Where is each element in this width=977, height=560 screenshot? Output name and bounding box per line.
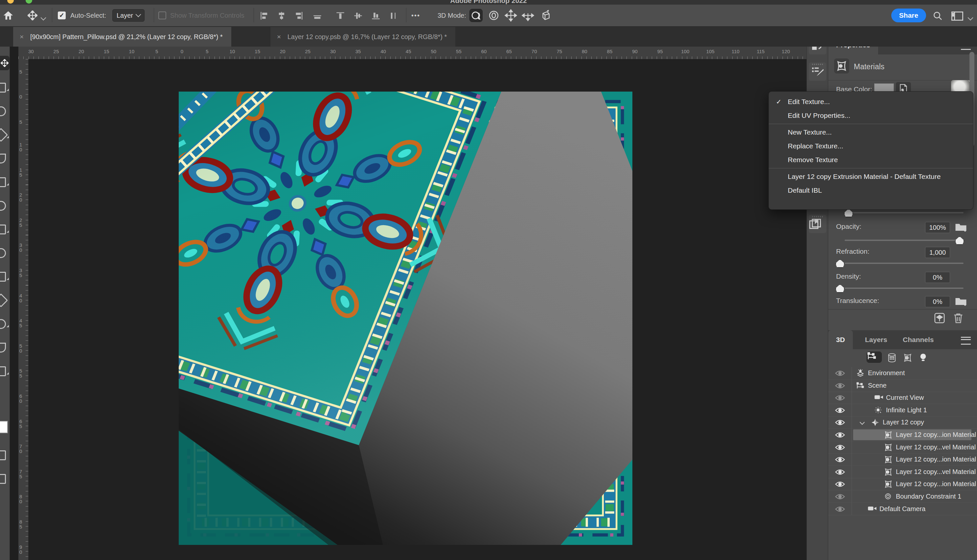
gradient-tool-icon[interactable] bbox=[0, 293, 8, 307]
panel-menu-icon[interactable] bbox=[961, 337, 971, 345]
move-tool-icon[interactable] bbox=[1, 59, 8, 67]
visibility-eye-icon[interactable] bbox=[835, 493, 845, 500]
scene-tree-row[interactable]: Layer 12 copy bbox=[828, 416, 977, 429]
align-top-edges-icon[interactable] bbox=[313, 11, 322, 20]
toolbar[interactable] bbox=[0, 47, 10, 560]
share-button[interactable]: Share bbox=[891, 8, 926, 22]
distribute-horizontal-icon[interactable] bbox=[389, 11, 398, 20]
document-tab-active[interactable]: × [90x90cm] Pattern_Pillow.psd @ 21,2% (… bbox=[13, 27, 231, 47]
menu-item-replace-texture[interactable]: Replace Texture... bbox=[769, 139, 973, 153]
crop-tool-icon[interactable] bbox=[0, 128, 8, 142]
scene-tree-row[interactable]: Layer 12 copy...ion Material bbox=[828, 429, 977, 441]
visibility-eye-icon[interactable] bbox=[835, 505, 845, 513]
vertical-ruler[interactable]: 5051015202530354045505560657075808590 bbox=[18, 59, 28, 560]
quick-mask-icon[interactable] bbox=[0, 450, 6, 460]
filter-lights-icon[interactable] bbox=[919, 353, 927, 362]
scene-tree-row[interactable]: Layer 12 copy...ion Material bbox=[828, 453, 977, 466]
align-left-edges-icon[interactable] bbox=[259, 11, 269, 20]
close-icon[interactable]: × bbox=[20, 27, 23, 47]
density-value[interactable]: 0% bbox=[925, 272, 950, 283]
scene-tree-row[interactable]: Scene bbox=[828, 380, 977, 392]
show-transform-checkbox[interactable] bbox=[158, 12, 166, 19]
visibility-eye-icon[interactable] bbox=[835, 370, 845, 377]
translucence-value[interactable]: 0% bbox=[925, 296, 950, 307]
screen-mode-icon[interactable] bbox=[0, 474, 6, 484]
stamp-tool-icon[interactable] bbox=[0, 225, 6, 234]
texture-folder-icon[interactable] bbox=[955, 296, 967, 306]
search-icon[interactable] bbox=[932, 10, 943, 21]
visibility-eye-icon[interactable] bbox=[835, 407, 845, 414]
refraction-slider[interactable] bbox=[845, 263, 964, 264]
filter-whole-scene-icon[interactable] bbox=[867, 352, 882, 362]
distribute-bottom-icon[interactable] bbox=[371, 11, 381, 20]
menu-item-new-texture[interactable]: New Texture... bbox=[769, 125, 973, 139]
visibility-eye-icon[interactable] bbox=[835, 468, 845, 476]
delete-trash-icon[interactable] bbox=[953, 312, 964, 324]
marquee-tool-icon[interactable] bbox=[0, 83, 6, 93]
shine-slider[interactable] bbox=[845, 212, 964, 213]
eyedropper-tool-icon[interactable] bbox=[0, 153, 6, 163]
distribute-top-icon[interactable] bbox=[336, 11, 345, 20]
3d-pan-tool-icon[interactable] bbox=[504, 9, 517, 22]
chevron-down-icon[interactable] bbox=[860, 420, 865, 425]
scene-tree-row[interactable]: Layer 12 copy...vel Material bbox=[828, 441, 977, 453]
scene-tree-row[interactable]: Current View bbox=[828, 392, 977, 404]
visibility-eye-icon[interactable] bbox=[835, 431, 845, 438]
density-slider[interactable] bbox=[845, 288, 964, 289]
tool-preset-chevron-icon[interactable] bbox=[41, 15, 46, 21]
history-brush-tool-icon[interactable] bbox=[0, 248, 6, 258]
close-icon[interactable]: × bbox=[277, 27, 281, 47]
visibility-eye-icon[interactable] bbox=[835, 394, 845, 402]
refraction-value[interactable]: 1,000 bbox=[925, 247, 950, 258]
move-tool-icon[interactable] bbox=[28, 10, 37, 20]
lasso-tool-icon[interactable] bbox=[0, 107, 6, 116]
home-icon[interactable] bbox=[3, 10, 14, 21]
visibility-eye-icon[interactable] bbox=[835, 419, 845, 426]
brush-settings-panel-button[interactable] bbox=[809, 62, 826, 81]
slider-thumb[interactable] bbox=[844, 209, 853, 217]
3d-orbit-tool-icon[interactable] bbox=[470, 9, 482, 22]
menu-item-default-ibl[interactable]: Default IBL bbox=[769, 183, 973, 197]
type-tool-icon[interactable] bbox=[0, 366, 6, 376]
align-right-edges-icon[interactable] bbox=[294, 11, 304, 20]
tab-layers[interactable]: Layers bbox=[857, 330, 895, 349]
visibility-eye-icon[interactable] bbox=[835, 444, 845, 451]
visibility-eye-icon[interactable] bbox=[835, 456, 845, 463]
libraries-panel-button[interactable] bbox=[809, 215, 826, 233]
pen-tool-icon[interactable] bbox=[0, 343, 6, 353]
horizontal-ruler[interactable]: 3025201510505101520253035404550556065707… bbox=[18, 47, 807, 59]
workspace-chevron-icon[interactable] bbox=[968, 15, 974, 21]
brush-tool-icon[interactable] bbox=[0, 201, 6, 211]
align-horizontal-centers-icon[interactable] bbox=[277, 11, 286, 20]
menu-item-edit-uv-properties[interactable]: Edit UV Properties... bbox=[769, 108, 973, 122]
visibility-eye-icon[interactable] bbox=[835, 382, 845, 389]
tab-3d[interactable]: 3D bbox=[828, 330, 853, 349]
more-align-options-icon[interactable]: ••• bbox=[411, 5, 420, 26]
slider-thumb[interactable] bbox=[835, 259, 845, 268]
visibility-eye-icon[interactable] bbox=[835, 480, 845, 488]
export-3d-icon[interactable] bbox=[934, 312, 945, 324]
scene-tree-row[interactable]: Layer 12 copy...vel Material bbox=[828, 466, 977, 478]
tab-channels[interactable]: Channels bbox=[895, 330, 942, 349]
workspace-switcher-icon[interactable] bbox=[951, 11, 963, 21]
document-tab-inactive[interactable]: × Layer 12 copy.psb @ 16,7% (Layer 12 co… bbox=[270, 27, 455, 47]
filter-materials-icon[interactable] bbox=[903, 353, 912, 362]
3d-roll-tool-icon[interactable] bbox=[488, 9, 500, 22]
slider-thumb[interactable] bbox=[955, 236, 964, 245]
scene-tree-row[interactable]: Environment bbox=[828, 367, 977, 380]
distribute-vertical-centers-icon[interactable] bbox=[354, 11, 363, 20]
scene-tree-row[interactable]: Default Camera bbox=[828, 503, 977, 515]
filter-meshes-icon[interactable] bbox=[887, 353, 897, 362]
scene-tree-row[interactable]: Layer 12 copy...ion Material bbox=[828, 478, 977, 490]
auto-select-dropdown[interactable]: Layer bbox=[112, 9, 145, 22]
canvas[interactable] bbox=[179, 92, 632, 545]
auto-select-checkbox[interactable]: ✓ bbox=[58, 12, 66, 19]
texture-folder-icon[interactable] bbox=[955, 222, 967, 232]
scene-tree-row[interactable]: Infinite Light 1 bbox=[828, 404, 977, 417]
healing-tool-icon[interactable] bbox=[0, 177, 6, 187]
scene-tree-row[interactable]: Boundary Constraint 1 bbox=[828, 490, 977, 503]
3d-scale-tool-icon[interactable] bbox=[539, 9, 551, 22]
foreground-color-swatch[interactable] bbox=[0, 421, 8, 433]
menu-item-extrusion-material-default-texture[interactable]: Layer 12 copy Extrusion Material - Defau… bbox=[769, 170, 973, 183]
dodge-tool-icon[interactable] bbox=[0, 319, 6, 329]
